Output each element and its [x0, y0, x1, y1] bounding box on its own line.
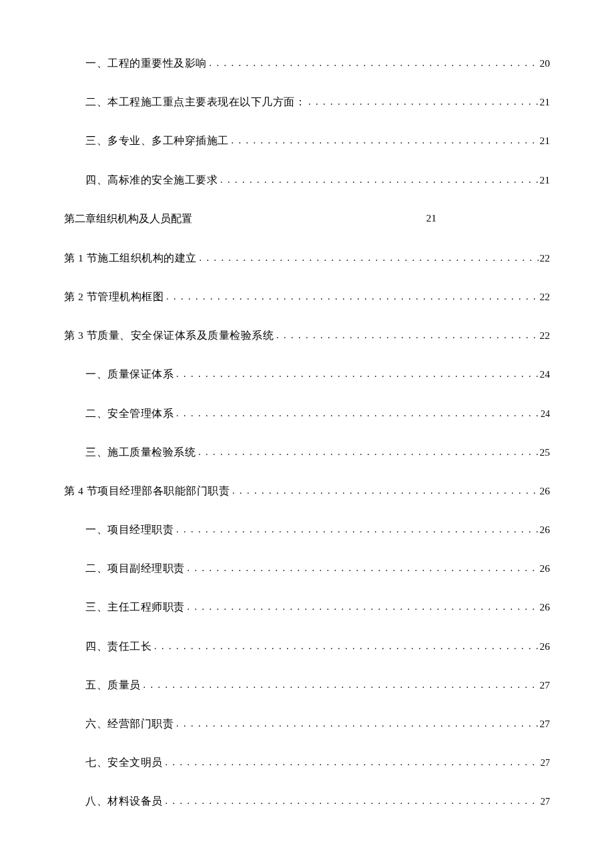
toc-entry-label: 第 4 节项目经理部各职能部门职责: [64, 484, 230, 498]
toc-entry-page: 22: [540, 252, 551, 265]
toc-entry-label: 三、施工质量检验系统: [85, 446, 196, 459]
toc-entry: 二、本工程施工重点主要表现在以下几方面：21: [64, 95, 550, 109]
toc-entry: 一、质量保证体系24: [64, 368, 550, 381]
toc-entry-page: 20: [540, 57, 551, 70]
toc-entry-page: 21: [540, 134, 551, 147]
toc-entry-page: 26: [540, 484, 551, 498]
toc-entry: 七、安全文明员27: [64, 756, 550, 769]
toc-entry: 一、项目经理职责26: [64, 523, 550, 536]
toc-entry-label: 五、质量员: [85, 679, 141, 692]
toc-entry-label: 四、高标准的安全施工要求: [85, 173, 218, 187]
toc-entry-label: 四、责任工长: [85, 640, 151, 653]
toc-dot-leader: [151, 640, 540, 653]
toc-entry-page: 21: [540, 95, 551, 109]
toc-entry-label: 二、项目副经理职责: [85, 562, 185, 575]
toc-entry: 六、经营部门职责27: [64, 717, 550, 731]
toc-dot-leader: [174, 408, 541, 420]
toc-entry-label: 一、项目经理职责: [85, 523, 174, 536]
toc-dot-leader: [230, 485, 540, 497]
toc-entry: 四、高标准的安全施工要求21: [64, 173, 550, 187]
toc-entry: 第 1 节施工组织机构的建立22: [64, 252, 550, 265]
toc-entry: 三、主任工程师职责26: [64, 600, 550, 614]
toc-entry-label: 第二章组织机构及人员配置: [64, 212, 192, 226]
toc-entry: 第 3 节质量、安全保证体系及质量检验系统22: [64, 329, 550, 342]
toc-entry-label: 六、经营部门职责: [85, 717, 174, 731]
toc-entry: 第 2 节管理机构框图22: [64, 290, 550, 304]
toc-dot-leader: [197, 252, 540, 264]
toc-dot-leader: [306, 96, 540, 108]
toc-entry-page: 22: [540, 290, 551, 304]
toc-entry-label: 第 1 节施工组织机构的建立: [64, 252, 197, 265]
toc-entry-label: 一、工程的重要性及影响: [85, 57, 207, 70]
toc-entry-page: 26: [540, 562, 551, 575]
toc-dot-leader: [174, 718, 540, 730]
toc-entry-page: 22: [540, 329, 551, 342]
table-of-contents: 一、工程的重要性及影响20二、本工程施工重点主要表现在以下几方面：21三、多专业…: [64, 57, 550, 809]
toc-dot-leader: [196, 446, 540, 458]
toc-entry-label: 一、质量保证体系: [85, 368, 174, 381]
toc-entry-page: 25: [540, 446, 551, 459]
toc-entry-page: 27: [541, 757, 550, 769]
toc-entry-label: 二、安全管理体系: [85, 407, 174, 420]
toc-entry-page: 24: [541, 408, 550, 420]
toc-dot-leader: [164, 291, 540, 303]
toc-entry: 第 4 节项目经理部各职能部门职责26: [64, 484, 550, 498]
toc-entry-label: 三、多专业、多工种穿插施工: [85, 134, 229, 147]
toc-entry-page: 27: [540, 679, 551, 692]
toc-dot-leader: [141, 679, 540, 691]
toc-entry: 八、材料设备员27: [64, 795, 550, 808]
toc-dot-leader: [185, 601, 540, 613]
toc-entry-page: 21: [426, 212, 551, 226]
toc-dot-leader: [174, 524, 540, 536]
toc-entry-label: 二、本工程施工重点主要表现在以下几方面：: [85, 95, 306, 109]
toc-entry-page: 26: [540, 640, 551, 653]
toc-entry-label: 第 3 节质量、安全保证体系及质量检验系统: [64, 329, 274, 342]
toc-dot-leader: [163, 795, 541, 807]
toc-entry-page: 21: [540, 173, 551, 187]
toc-entry-label: 七、安全文明员: [85, 756, 163, 769]
toc-entry-page: 24: [540, 368, 551, 381]
toc-entry-page: 26: [540, 600, 551, 614]
toc-entry: 一、工程的重要性及影响20: [64, 57, 550, 70]
toc-entry: 五、质量员27: [64, 679, 550, 692]
toc-entry-page: 26: [540, 523, 551, 536]
toc-dot-leader: [185, 562, 540, 574]
toc-chapter-heading: 第二章组织机构及人员配置21: [64, 212, 550, 226]
toc-dot-leader: [218, 174, 540, 186]
toc-entry: 三、施工质量检验系统25: [64, 446, 550, 459]
toc-dot-leader: [229, 135, 540, 147]
toc-entry: 四、责任工长26: [64, 640, 550, 653]
toc-dot-leader: [174, 368, 540, 380]
toc-entry: 二、项目副经理职责26: [64, 562, 550, 575]
toc-dot-leader: [274, 330, 540, 342]
toc-entry-label: 第 2 节管理机构框图: [64, 290, 164, 304]
toc-entry-page: 27: [540, 717, 551, 731]
toc-entry-label: 八、材料设备员: [85, 795, 163, 808]
toc-entry: 二、安全管理体系24: [64, 407, 550, 420]
toc-entry-page: 27: [541, 796, 550, 808]
toc-dot-leader: [207, 57, 540, 69]
toc-dot-leader: [163, 757, 541, 769]
toc-entry-label: 三、主任工程师职责: [85, 600, 185, 614]
toc-entry: 三、多专业、多工种穿插施工21: [64, 134, 550, 147]
